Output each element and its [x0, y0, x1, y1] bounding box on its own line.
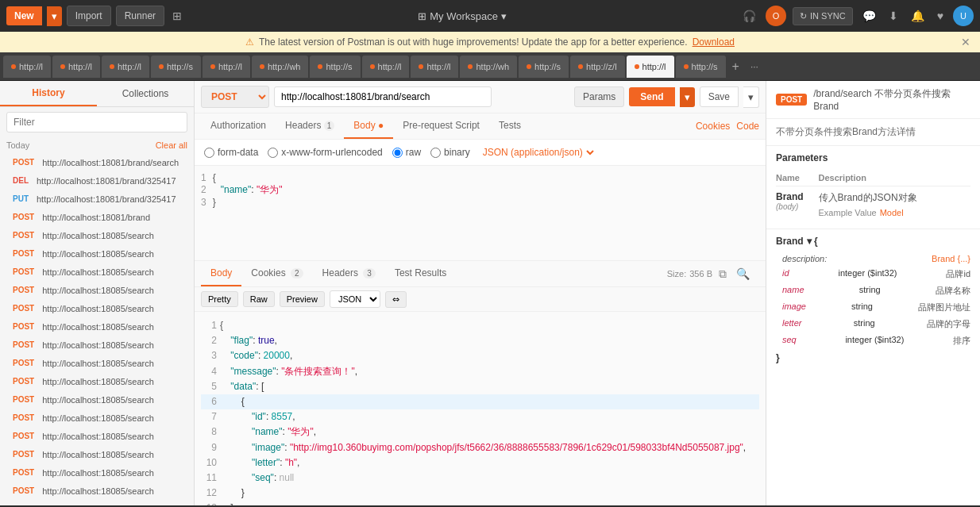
list-item[interactable]: POSThttp://localhost:18085/search	[0, 445, 194, 463]
list-item[interactable]: POSThttp://localhost:18085/search	[0, 299, 194, 317]
beautify-button[interactable]: ⇔	[385, 291, 407, 308]
history-list: POST http://localhost:18081/brand/search…	[0, 153, 194, 505]
heart-icon[interactable]: ♥	[934, 6, 947, 25]
avatar[interactable]: O	[766, 6, 786, 26]
list-item[interactable]: POSThttp://localhost:18085/search	[0, 409, 194, 427]
user-avatar[interactable]: U	[953, 6, 974, 26]
sync-icon: ↻	[800, 11, 807, 21]
resp-tab-headers[interactable]: Headers 3	[313, 261, 385, 286]
list-item[interactable]: POSThttp://localhost:18085/search	[0, 317, 194, 336]
list-item[interactable]: POSThttp://localhost:18085/search	[0, 427, 194, 445]
list-item[interactable]: POSThttp://localhost:18085/search	[0, 372, 194, 390]
list-item[interactable]: PUT http://localhost:18081/brand/325417	[0, 190, 194, 208]
resp-tab-body[interactable]: Body	[201, 261, 241, 286]
response-tabs: Body Cookies 2 Headers 3 Test Results Si…	[195, 261, 766, 287]
list-item[interactable]: POSThttp://localhost:18085/search	[0, 336, 194, 354]
pretty-button[interactable]: Pretty	[201, 291, 238, 307]
tab-item[interactable]: http://wh	[252, 56, 309, 78]
tab-item[interactable]: http://l	[52, 56, 100, 78]
method-badge: POST	[10, 212, 37, 222]
download-icon[interactable]: ⬇	[885, 6, 901, 25]
tab-item[interactable]: http://z/l	[570, 56, 625, 78]
send-button[interactable]: Send	[629, 87, 674, 106]
notification-close-button[interactable]: ✕	[961, 36, 970, 48]
tab-item[interactable]: http://l	[411, 56, 458, 78]
resp-tab-cookies[interactable]: Cookies 2	[241, 261, 312, 286]
list-item[interactable]: POSThttp://localhost:18085/search	[0, 263, 194, 281]
list-item[interactable]: POSThttp://localhost:18085/search	[0, 226, 194, 244]
tab-item[interactable]: http://l	[362, 56, 410, 78]
list-item[interactable]: POSThttp://localhost:18085/search	[0, 244, 194, 263]
new-dropdown-button[interactable]: ▾	[47, 6, 62, 26]
method-badge: POST	[10, 413, 37, 423]
comment-icon[interactable]: 💬	[859, 6, 879, 25]
tab-headers[interactable]: Headers 1	[276, 113, 344, 139]
preview-button[interactable]: Preview	[280, 291, 325, 307]
sidebar-tab-history[interactable]: History	[0, 81, 97, 106]
method-badge: POST	[10, 321, 37, 332]
new-button[interactable]: New	[6, 6, 42, 25]
save-button[interactable]: Save	[700, 86, 739, 107]
url-input[interactable]	[274, 86, 492, 107]
tab-item[interactable]: http://s	[151, 56, 201, 78]
tab-tests[interactable]: Tests	[489, 113, 531, 139]
list-item[interactable]: POSThttp://localhost:18085/search	[0, 482, 194, 500]
tab-item[interactable]: http://wh	[460, 56, 517, 78]
binary-option[interactable]: binary	[430, 147, 470, 158]
tab-item[interactable]: http://l	[102, 56, 149, 78]
tab-item[interactable]: http://s	[310, 56, 360, 78]
list-item[interactable]: POSThttp://localhost:18085/search	[0, 281, 194, 299]
download-link[interactable]: Download	[693, 36, 735, 48]
list-item[interactable]: POSThttp://localhost:18085/search	[0, 390, 194, 409]
history-url: http://localhost:18081/brand/325417	[37, 176, 176, 186]
tab-authorization[interactable]: Authorization	[201, 113, 276, 139]
sync-button[interactable]: ↻ IN SYNC	[793, 7, 853, 25]
cookies-link[interactable]: Cookies	[696, 121, 730, 132]
params-button[interactable]: Params	[574, 86, 624, 107]
layout-button[interactable]: ⊞	[169, 6, 185, 25]
code-link[interactable]: Code	[736, 121, 759, 132]
form-data-option[interactable]: form-data	[204, 147, 258, 158]
model-link[interactable]: Model	[880, 208, 904, 217]
raw-button[interactable]: Raw	[243, 291, 275, 307]
history-url: http://localhost:18085/search	[42, 231, 154, 240]
import-button[interactable]: Import	[67, 6, 111, 26]
resp-code-line: 10 "letter": "h",	[201, 455, 759, 471]
example-label: Example Value	[819, 208, 877, 217]
format-select[interactable]: JSON XML HTML	[330, 290, 380, 308]
bell-icon[interactable]: 🔔	[908, 6, 928, 25]
sidebar-search-input[interactable]	[6, 112, 187, 133]
headphones-icon[interactable]: 🎧	[739, 6, 759, 25]
list-item[interactable]: POST http://localhost:18081/brand	[0, 208, 194, 226]
save-dropdown-button[interactable]: ▾	[743, 86, 759, 108]
history-url: http://localhost:18085/search	[42, 486, 154, 496]
method-badge: PUT	[10, 194, 32, 204]
raw-option[interactable]: raw	[392, 147, 421, 158]
sidebar-tab-collections[interactable]: Collections	[97, 81, 194, 106]
list-item[interactable]: POSThttp://localhost:18085/search	[0, 463, 194, 482]
topbar: New ▾ Import Runner ⊞ ⊞ My Workspace ▾ 🎧…	[0, 0, 980, 32]
tab-item[interactable]: http://s	[676, 56, 726, 78]
tab-body[interactable]: Body ●	[344, 113, 393, 139]
json-type-select[interactable]: JSON (application/json)	[480, 146, 596, 159]
clear-all-link[interactable]: Clear all	[156, 140, 187, 150]
list-item[interactable]: POST http://localhost:18081/brand/search	[0, 153, 194, 171]
search-response-icon[interactable]: 🔍	[733, 266, 753, 282]
list-item[interactable]: POSThttp://localhost:18085/search	[0, 354, 194, 372]
tab-more-button[interactable]: ···	[746, 61, 763, 72]
tab-item[interactable]: http://s	[519, 56, 569, 78]
urlencoded-option[interactable]: x-www-form-urlencoded	[268, 147, 382, 158]
resp-tab-testresults[interactable]: Test Results	[385, 261, 456, 286]
tab-item[interactable]: http://l	[203, 56, 250, 78]
tab-prerequest[interactable]: Pre-request Script	[393, 113, 489, 139]
method-select[interactable]: POST GET PUT DELETE	[201, 86, 269, 108]
history-url: http://localhost:18085/search	[42, 304, 154, 313]
tab-item[interactable]: http://l	[3, 56, 51, 78]
runner-button[interactable]: Runner	[116, 6, 164, 26]
tab-add-button[interactable]: +	[727, 60, 744, 74]
copy-icon[interactable]: ⧉	[716, 266, 730, 282]
tab-item-active[interactable]: http://l	[627, 56, 674, 78]
send-dropdown-button[interactable]: ▾	[680, 87, 695, 107]
list-item[interactable]: DEL http://localhost:18081/brand/325417	[0, 171, 194, 190]
code-editor[interactable]: 1{ 2 "name": "华为" 3}	[195, 166, 766, 261]
